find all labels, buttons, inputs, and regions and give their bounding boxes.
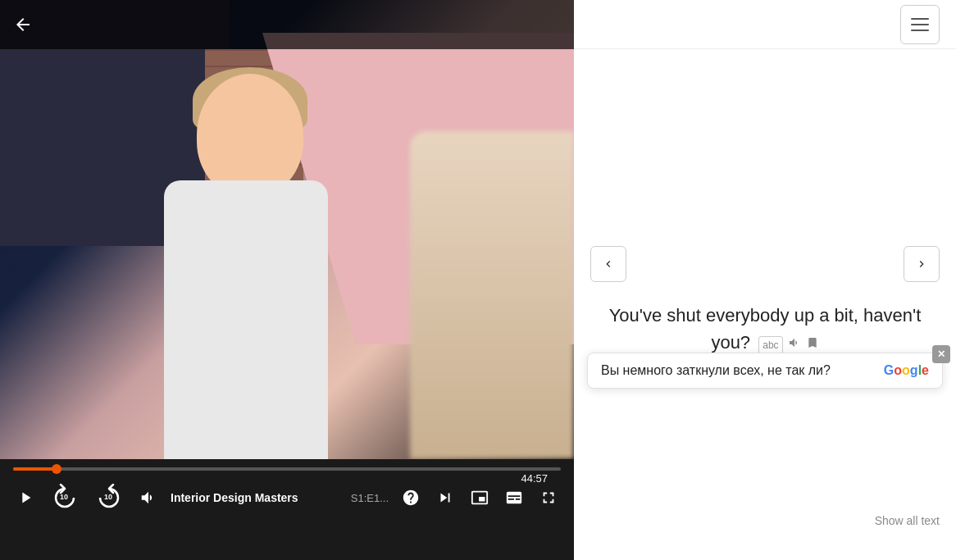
bookmark-icon[interactable]: [806, 336, 819, 354]
video-panel: 44:57 10: [0, 0, 574, 560]
video-top-bar: [0, 0, 574, 49]
subtitle-icons: abc: [758, 336, 818, 354]
back-button[interactable]: [13, 15, 33, 34]
sound-icon[interactable]: [788, 336, 801, 354]
time-display: 44:57: [521, 472, 548, 485]
body-torso: [164, 180, 328, 459]
right-top-bar: [574, 0, 956, 49]
translation-text: Вы немного заткнули всех, не так ли?: [601, 363, 831, 378]
nav-arrows: [590, 246, 940, 282]
video-frame: [0, 0, 574, 459]
prev-subtitle-button[interactable]: [590, 246, 626, 282]
play-button[interactable]: [13, 485, 38, 510]
google-logo[interactable]: Google: [884, 363, 929, 378]
next-subtitle-button[interactable]: [904, 246, 940, 282]
person-right: [410, 131, 574, 459]
menu-button[interactable]: [900, 5, 940, 44]
person-figure: [66, 33, 312, 459]
translation-popup: ✕ Вы немного заткнули всех, не так ли? G…: [587, 353, 943, 389]
forward-10-button[interactable]: 10: [92, 480, 126, 515]
hamburger-line-1: [911, 18, 929, 20]
progress-bar[interactable]: [13, 467, 561, 471]
head: [197, 74, 303, 197]
pip-button[interactable]: [467, 485, 492, 510]
close-popup-button[interactable]: ✕: [932, 345, 950, 363]
subtitle-content: You've shut everybody up a bit, haven't …: [574, 49, 956, 560]
fullscreen-button[interactable]: [536, 485, 561, 510]
volume-button[interactable]: [136, 485, 161, 510]
video-episode: S1:E1...: [351, 492, 389, 504]
abc-icon[interactable]: abc: [758, 336, 782, 354]
video-controls: 44:57 10: [0, 459, 574, 560]
subtitle-english-line1: You've shut everybody up a bit, haven't: [590, 302, 940, 329]
hamburger-line-3: [911, 30, 929, 31]
subtitles-button[interactable]: [502, 485, 526, 510]
controls-row: 10 10 Interior Design: [13, 480, 561, 515]
progress-fill: [13, 467, 57, 471]
show-all-text-link[interactable]: Show all text: [875, 514, 940, 527]
hamburger-line-2: [911, 24, 929, 25]
right-panel: You've shut everybody up a bit, haven't …: [574, 0, 956, 560]
video-title: Interior Design Masters: [171, 491, 338, 504]
progress-dot: [52, 464, 61, 474]
replay-10-button[interactable]: 10: [48, 480, 82, 515]
next-episode-button[interactable]: [433, 485, 458, 510]
help-button[interactable]: [398, 485, 423, 510]
